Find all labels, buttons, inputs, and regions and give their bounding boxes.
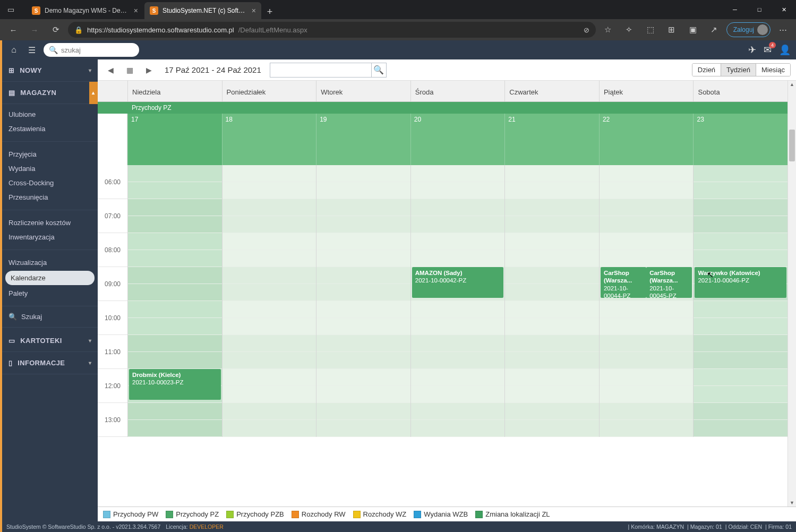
calendar-grid[interactable]: 06:0007:0008:0009:0010:0011:0012:0013:00… xyxy=(98,165,788,507)
avatar-icon xyxy=(757,24,768,35)
sidebar-item[interactable]: Wydania xyxy=(2,161,98,176)
sidebar-item[interactable]: Wizualizacja xyxy=(2,255,98,270)
collections-icon[interactable]: ▣ xyxy=(684,22,702,38)
toolbar-icon[interactable]: ☆ xyxy=(599,22,617,38)
sidebar-item[interactable]: Cross-Docking xyxy=(2,176,98,190)
sidebar-item[interactable]: Przyjęcia xyxy=(2,147,98,161)
day-column[interactable] xyxy=(504,165,599,437)
day-column[interactable]: Warzywko (Katowice)2021-10-00046-PZ xyxy=(693,165,788,437)
calendar-toolbar: ◀ ▦ ▶ 17 Paź 2021 - 24 Paź 2021 🔍 Dzień … xyxy=(98,59,796,81)
browser-tab[interactable]: S StudioSystem.NET (c) SoftwareSt × xyxy=(144,2,261,19)
day-column[interactable]: CarShop (Warsza...2021-10-00044-PZCarSho… xyxy=(599,165,694,437)
allday-cell[interactable]: 20 xyxy=(410,114,505,165)
search-input[interactable] xyxy=(61,46,150,54)
time-label: 10:00 xyxy=(98,301,127,335)
allday-cell[interactable]: 19 xyxy=(316,114,410,165)
chevron-down-icon[interactable]: ▾ xyxy=(89,67,91,73)
datepicker-button[interactable]: ▦ xyxy=(122,63,137,78)
menu-toggle-icon[interactable]: ☰ xyxy=(25,44,38,56)
more-menu-button[interactable]: ⋯ xyxy=(774,22,792,38)
tab-actions-icon[interactable]: ▭ xyxy=(0,0,21,19)
calendar-event[interactable]: CarShop (Warsza...2021-10-00044-PZ xyxy=(601,267,646,298)
sidebar-item[interactable]: Palety xyxy=(2,286,98,301)
browser-tab[interactable]: S Demo Magazyn WMS - Demo o × xyxy=(27,2,143,19)
search-button[interactable]: 🔍 xyxy=(371,63,386,78)
mail-badge: 4 xyxy=(769,42,776,48)
view-toggle: Dzień Tydzień Miesiąc xyxy=(692,63,791,76)
login-button[interactable]: Zaloguj xyxy=(726,22,771,37)
scroll-thumb[interactable] xyxy=(789,130,795,161)
sidebar-item[interactable]: Kalendarze xyxy=(5,271,95,285)
address-bar[interactable]: 🔒 https://studiosystemdemo.softwarestudi… xyxy=(68,22,596,38)
allday-cell[interactable]: 17 xyxy=(127,114,222,165)
sidebar-section-informacje[interactable]: ▯ INFORMACJE ▾ xyxy=(2,352,98,374)
prev-button[interactable]: ◀ xyxy=(103,63,118,78)
calendar-event[interactable]: CarShop (Warsza...2021-10-00045-PZ xyxy=(646,267,692,298)
window-maximize[interactable]: □ xyxy=(747,1,772,18)
day-column[interactable] xyxy=(222,165,316,437)
url-host: https://studiosystemdemo.softwarestudio.… xyxy=(87,26,234,34)
scroll-down[interactable]: ▼ xyxy=(788,499,796,507)
view-week[interactable]: Tydzień xyxy=(721,64,756,76)
close-tab-icon[interactable]: × xyxy=(252,6,256,15)
nav-back-button[interactable]: ← xyxy=(4,22,22,38)
toolbar-search[interactable]: 🔍 xyxy=(270,63,387,78)
close-tab-icon[interactable]: × xyxy=(134,6,138,15)
sidebar-new[interactable]: ⊞ NOWY ▾ xyxy=(2,59,98,82)
nav-reload-button[interactable]: ⟳ xyxy=(47,22,65,38)
calendar-event[interactable]: Drobmix (Kielce)2021-10-00023-PZ xyxy=(129,369,221,400)
global-search[interactable]: 🔍 xyxy=(44,43,139,57)
favicon: S xyxy=(150,6,158,15)
allday-cell[interactable]: 22 xyxy=(599,114,694,165)
sidebar-label: MAGAZYN xyxy=(20,89,56,97)
allday-cell[interactable]: 23 xyxy=(693,114,788,165)
day-column[interactable]: AMAZON (Sady)2021-10-00042-PZ xyxy=(410,165,505,437)
calendar-event[interactable]: AMAZON (Sady)2021-10-00042-PZ xyxy=(412,267,504,298)
day-column[interactable] xyxy=(316,165,410,437)
sidebar-section-kartoteki[interactable]: ▭ KARTOTEKI ▾ xyxy=(2,330,98,352)
sidebar-item[interactable]: Rozliczenie kosztów xyxy=(2,216,98,230)
sidebar-section-magazyn[interactable]: ▤ MAGAZYN ▴ xyxy=(2,82,98,104)
mail-icon[interactable]: ✉4 xyxy=(764,44,772,56)
time-label: 07:00 xyxy=(98,199,127,233)
calendar-banner: Przychody PZ xyxy=(98,102,788,114)
home-icon[interactable]: ⌂ xyxy=(7,44,20,56)
sidebar-item[interactable]: Zestawienia xyxy=(2,122,98,136)
legend-item: Przychody PZB xyxy=(226,510,284,518)
new-tab-button[interactable]: + xyxy=(262,4,277,19)
day-column[interactable]: Drobmix (Kielce)2021-10-00023-PZ xyxy=(127,165,222,437)
view-month[interactable]: Miesiąc xyxy=(756,64,790,76)
legend-item: Zmiana lokalizacji ZL xyxy=(475,510,550,518)
inbox-icon[interactable]: ✈ xyxy=(748,44,756,56)
reader-icon[interactable]: ⊘ xyxy=(584,26,589,34)
chevron-down-icon[interactable]: ▾ xyxy=(89,360,91,366)
window-minimize[interactable]: ─ xyxy=(723,1,747,18)
legend-item: Rozchody RW xyxy=(292,510,346,518)
chevron-down-icon[interactable]: ▾ xyxy=(89,338,91,344)
next-button[interactable]: ▶ xyxy=(141,63,156,78)
allday-cell[interactable]: 18 xyxy=(222,114,316,165)
warehouse-icon: ▤ xyxy=(8,89,15,97)
sidebar-item[interactable]: Przesunięcia xyxy=(2,190,98,204)
scroll-up[interactable]: ▲ xyxy=(788,81,796,88)
statusbar: StudioSystem © SoftwareStudio Sp. z o.o.… xyxy=(2,521,796,532)
sidebar-item[interactable]: Inwentaryzacja xyxy=(2,230,98,244)
legend-item: Przychody PZ xyxy=(166,510,219,518)
plus-icon: ⊞ xyxy=(8,66,14,74)
day-header: Środa xyxy=(410,81,505,101)
allday-cell[interactable]: 21 xyxy=(504,114,599,165)
window-close[interactable]: ✕ xyxy=(772,1,796,18)
favorites-icon[interactable]: ✧ xyxy=(620,22,638,38)
toolbar-icon[interactable]: ↗ xyxy=(705,22,723,38)
chevron-up-icon[interactable]: ▴ xyxy=(89,82,98,104)
extensions-icon[interactable]: ⊞ xyxy=(663,22,681,38)
view-day[interactable]: Dzień xyxy=(692,64,721,76)
sidebar-label: NOWY xyxy=(20,66,42,74)
sidebar-item[interactable]: Ulubione xyxy=(2,107,98,122)
calendar-event[interactable]: Warzywko (Katowice)2021-10-00046-PZ xyxy=(695,267,786,298)
toolbar-icon[interactable]: ⬚ xyxy=(641,22,660,38)
toolbar-search-input[interactable] xyxy=(270,63,371,77)
user-icon[interactable]: 👤 xyxy=(779,44,791,56)
sidebar-search[interactable]: 🔍 Szukaj xyxy=(2,308,98,325)
vertical-scrollbar[interactable]: ▲ ▼ ↖ xyxy=(788,81,796,507)
